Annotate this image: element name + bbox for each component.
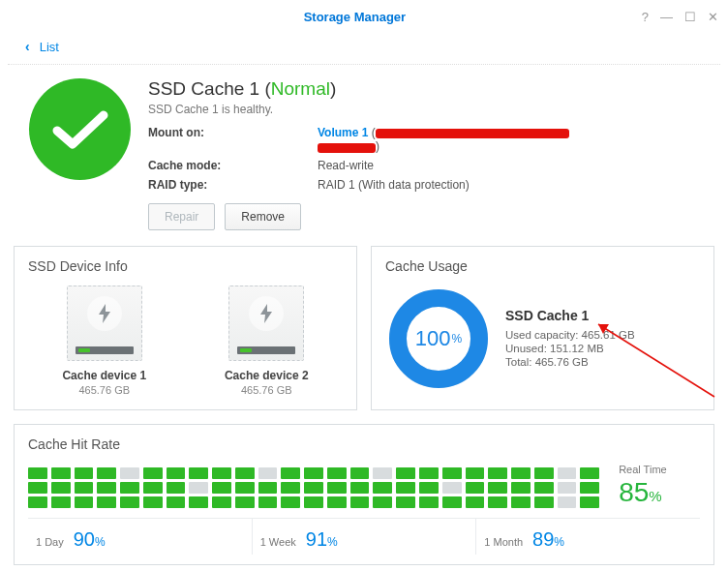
bar-cell [488, 467, 507, 479]
bar-cell [143, 467, 163, 479]
bar-cell [281, 482, 300, 494]
subtitle: SSD Cache 1 is healthy. [148, 103, 711, 116]
bar-cell [580, 496, 599, 508]
cache-header: SSD Cache 1 (Normal) SSD Cache 1 is heal… [0, 65, 728, 246]
bar-cell [235, 496, 255, 508]
bar-cell [419, 467, 439, 479]
bar-cell [258, 467, 278, 479]
remove-button[interactable]: Remove [225, 203, 301, 230]
bar-column [143, 467, 163, 508]
bar-cell [558, 496, 577, 508]
bar-cell [419, 496, 439, 508]
hitrate-period: 1 Month89% [476, 519, 700, 555]
period-value: 91% [306, 528, 338, 551]
cache-mode-label: Cache mode: [148, 159, 318, 172]
bar-cell [120, 482, 139, 494]
hitrate-period: 1 Week91% [253, 519, 477, 555]
bar-cell [466, 467, 485, 479]
bar-cell [442, 496, 462, 508]
bar-cell [189, 467, 208, 479]
bar-cell [580, 467, 599, 479]
period-value: 90% [74, 528, 106, 551]
bar-column [167, 467, 186, 508]
bar-column [511, 467, 531, 508]
usage-total: Total: 465.76 GB [505, 356, 635, 368]
bar-cell [511, 482, 531, 494]
help-icon[interactable]: ? [642, 10, 649, 24]
window-titlebar: Storage Manager ? — ☐ ✕ [0, 0, 728, 33]
bar-cell [327, 467, 347, 479]
bar-column [304, 467, 323, 508]
bar-column [28, 467, 47, 508]
bar-cell [442, 467, 462, 479]
minimize-icon[interactable]: — [660, 10, 673, 24]
bar-cell [327, 482, 347, 494]
bar-cell [51, 496, 71, 508]
raid-row: RAID type: RAID 1 (With data protection) [148, 178, 711, 192]
bar-cell [442, 482, 462, 494]
bar-column [350, 467, 370, 508]
raid-label: RAID type: [148, 178, 318, 192]
bar-cell [143, 496, 163, 508]
bar-cell [189, 482, 208, 494]
chevron-left-icon[interactable]: ‹ [25, 39, 30, 54]
bar-cell [488, 482, 507, 494]
bar-column [419, 467, 439, 508]
volume-link[interactable]: Volume 1 [318, 126, 368, 139]
device-info-panel: SSD Device Info Cache device 1 465.76 GB… [14, 246, 357, 410]
close-icon[interactable]: ✕ [708, 10, 718, 24]
bar-column [373, 467, 392, 508]
usage-panel-title: Cache Usage [385, 258, 700, 274]
bar-column [396, 467, 415, 508]
title-prefix: SSD Cache 1 ( [148, 78, 271, 99]
bar-column [75, 467, 94, 508]
device-item[interactable]: Cache device 2 465.76 GB [203, 286, 329, 396]
bar-cell [120, 467, 139, 479]
bar-cell [534, 496, 554, 508]
hitrate-periods: 1 Day90%1 Week91%1 Month89% [28, 518, 700, 555]
bar-column [327, 467, 347, 508]
device-size: 465.76 GB [203, 384, 329, 396]
bar-cell [373, 496, 392, 508]
raid-value: RAID 1 (With data protection) [318, 178, 470, 192]
bar-column [580, 467, 599, 508]
usage-used: Used capacity: 465.61 GB [505, 329, 635, 341]
title-suffix: ) [330, 78, 336, 99]
bar-cell [75, 482, 94, 494]
hitrate-title: Cache Hit Rate [28, 436, 700, 452]
device-item[interactable]: Cache device 1 465.76 GB [42, 286, 167, 396]
bar-cell [235, 467, 255, 479]
bar-cell [97, 482, 116, 494]
bar-cell [419, 482, 439, 494]
bar-cell [350, 496, 370, 508]
bar-cell [580, 482, 599, 494]
period-label: 1 Week [260, 536, 296, 548]
usage-details: SSD Cache 1 Used capacity: 465.61 GB Unu… [505, 308, 635, 370]
status-ok-icon [29, 78, 131, 180]
bar-cell [167, 482, 186, 494]
usage-unused: Unused: 151.12 MB [505, 343, 635, 354]
mount-row: Mount on: Volume 1 ( ) [148, 126, 711, 153]
bar-cell [327, 496, 347, 508]
bar-cell [258, 482, 278, 494]
bar-cell [304, 482, 323, 494]
bar-cell [212, 496, 231, 508]
bar-cell [235, 482, 255, 494]
hit-rate-panel: Cache Hit Rate Real Time 85% 1 Day90%1 W… [14, 424, 714, 565]
bar-cell [212, 482, 231, 494]
bar-cell [396, 467, 415, 479]
bar-cell [488, 496, 507, 508]
usage-percent: 100 [415, 326, 451, 351]
usage-name: SSD Cache 1 [505, 308, 635, 323]
bar-column [212, 467, 231, 508]
back-link[interactable]: List [40, 40, 59, 54]
bar-cell [189, 496, 208, 508]
bar-cell [281, 496, 300, 508]
bar-cell [28, 496, 47, 508]
mount-label: Mount on: [148, 126, 318, 153]
device-panel-title: SSD Device Info [28, 258, 343, 274]
bar-cell [167, 467, 186, 479]
bar-column [558, 467, 577, 508]
maximize-icon[interactable]: ☐ [684, 10, 696, 24]
bar-column [258, 467, 278, 508]
